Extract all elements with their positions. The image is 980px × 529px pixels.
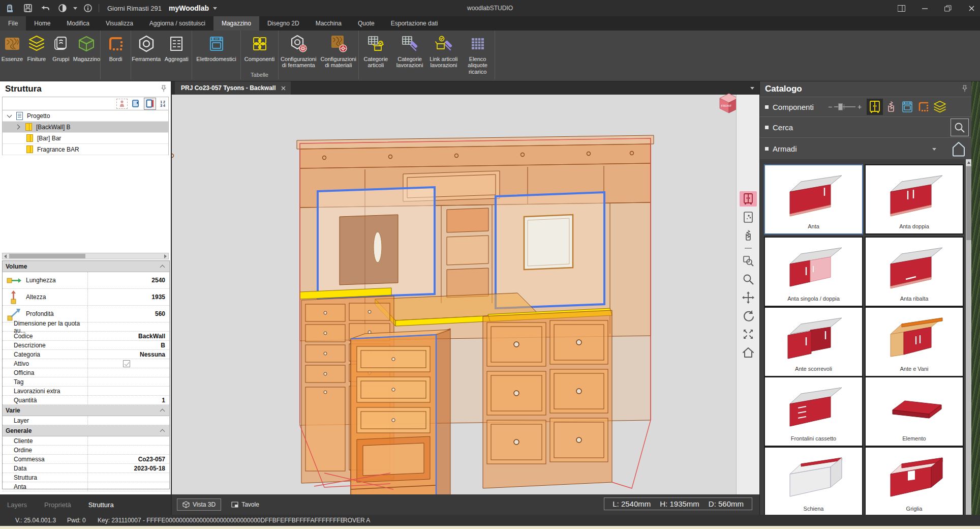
info-button[interactable] xyxy=(81,2,95,15)
componenti-button[interactable]: Componenti xyxy=(241,33,278,62)
brand-caret-icon[interactable] xyxy=(213,7,217,10)
section-varie[interactable]: Varie xyxy=(3,405,169,416)
collapse-icon[interactable] xyxy=(160,429,165,434)
catalog-section-armadi[interactable]: Armadi xyxy=(760,137,972,159)
property-row[interactable]: Tag xyxy=(3,377,169,387)
property-row[interactable]: Quantità1 xyxy=(3,396,169,405)
filter-finishes-icon[interactable] xyxy=(932,99,948,115)
filter-appliances-icon[interactable] xyxy=(899,99,915,115)
scrollbar-thumb[interactable] xyxy=(966,166,971,240)
document-tab[interactable]: PRJ Co23-057 Tysons - Backwall xyxy=(175,81,291,95)
catalog-item-frontalini-cassetto[interactable]: Frontalini cassetto xyxy=(764,376,863,447)
section-volume[interactable]: Volume xyxy=(3,261,169,272)
layout-button[interactable] xyxy=(896,3,907,14)
elenco-aliquote-button[interactable]: Elenco aliquote ricarico xyxy=(461,33,495,75)
rotate-icon[interactable] xyxy=(740,308,757,324)
minimize-button[interactable] xyxy=(919,3,930,14)
numbering-sort-button[interactable]: 1 23 4 xyxy=(160,100,165,107)
panel-view-button[interactable] xyxy=(132,99,140,108)
panel-red-view-button[interactable] xyxy=(144,98,156,110)
catalog-section-componenti[interactable]: Componenti − + xyxy=(760,97,972,116)
fitting-filter-button[interactable] xyxy=(116,99,128,109)
catalog-item-ante-e-vani[interactable]: Ante e Vani xyxy=(865,307,964,377)
property-row[interactable]: Anta xyxy=(3,482,169,491)
property-row[interactable]: Lavorazioni extra xyxy=(3,387,169,396)
aggregati-button[interactable]: Aggregati xyxy=(162,33,192,62)
section-generale[interactable]: Generale xyxy=(3,425,169,436)
pin-icon[interactable] xyxy=(962,85,968,92)
scroll-left-icon[interactable] xyxy=(4,254,7,258)
catalog-item-anta-doppia[interactable]: Anta doppia xyxy=(865,164,964,234)
section-caret-icon[interactable] xyxy=(932,148,936,151)
property-row[interactable]: Altezza 1935 xyxy=(3,289,169,306)
panel-holes-icon[interactable] xyxy=(740,210,757,225)
tab-layers[interactable]: Layers xyxy=(7,501,27,509)
filter-drill-icon[interactable] xyxy=(883,99,899,115)
magazzino-button[interactable]: Magazzino xyxy=(73,33,100,62)
chevron-down-icon[interactable] xyxy=(7,112,12,117)
zoom-out-icon[interactable]: − xyxy=(828,103,832,111)
menu-tab-quote[interactable]: Quote xyxy=(350,16,383,31)
catalog-section-cerca[interactable]: Cerca xyxy=(760,116,972,137)
elettrodomestici-button[interactable]: Elettrodomestici xyxy=(192,33,240,62)
home-view-icon[interactable] xyxy=(740,345,757,360)
menu-tab-visualizza[interactable]: Visualizza xyxy=(98,16,141,31)
catalog-item-anta-singola-doppia[interactable]: Anta singola / doppia xyxy=(764,237,863,307)
property-row[interactable]: Struttura xyxy=(3,473,169,482)
3d-model[interactable] xyxy=(172,95,736,494)
collapse-icon[interactable] xyxy=(160,265,165,270)
zoom-in-icon[interactable]: + xyxy=(858,103,862,111)
property-row[interactable]: Cliente xyxy=(3,436,169,446)
slider-thumb[interactable] xyxy=(838,103,843,110)
tab-tavole[interactable]: Tavole xyxy=(226,499,264,510)
thumbnail-size-slider[interactable]: − + xyxy=(828,103,862,111)
menu-tab-macchina[interactable]: Macchina xyxy=(308,16,350,31)
finiture-button[interactable]: Finiture xyxy=(24,33,49,62)
property-row[interactable]: DescrizioneB xyxy=(3,341,169,350)
tree-item-bar[interactable]: [Bar] Bar xyxy=(3,133,168,144)
maximize-button[interactable] xyxy=(942,3,954,14)
config-ferramenta-button[interactable]: Configurazioni di ferramenta xyxy=(279,33,319,69)
house-icon[interactable] xyxy=(951,140,967,158)
catalog-item-anta-ribalta[interactable]: Anta ribalta xyxy=(865,237,964,307)
drill-icon[interactable] xyxy=(740,228,757,243)
menu-tab-modifica[interactable]: Modifica xyxy=(58,16,98,31)
property-row[interactable]: CategoriaNessuna xyxy=(3,350,169,359)
scrollbar-thumb[interactable] xyxy=(9,254,85,258)
catalog-item-ante-scorrevoli[interactable]: Ante scorrevoli xyxy=(764,307,863,377)
tree-item-progetto[interactable]: Progetto xyxy=(3,110,168,122)
save-button[interactable] xyxy=(21,2,35,15)
cabinet-mode-icon[interactable] xyxy=(740,191,757,207)
pin-icon[interactable] xyxy=(161,85,167,92)
close-button[interactable] xyxy=(966,3,977,14)
tab-close-icon[interactable] xyxy=(281,86,286,91)
property-row[interactable]: Ordine xyxy=(3,446,169,455)
gruppi-button[interactable]: Gruppi xyxy=(49,33,73,62)
tree-item-fragrance[interactable]: Fragrance BAR xyxy=(3,144,168,155)
categorie-articoli-button[interactable]: Categorie articoli xyxy=(359,33,393,69)
link-articoli-button[interactable]: Link articoli lavorazioni xyxy=(427,33,461,69)
property-row[interactable]: Data2023-05-18 xyxy=(3,464,169,473)
property-row-attivo[interactable]: Attivo xyxy=(3,359,169,368)
zoom-icon[interactable] xyxy=(740,272,757,287)
ferramenta-button[interactable]: Ferramenta xyxy=(131,33,162,62)
config-materiali-button[interactable]: Configurazioni di materiali xyxy=(319,33,359,69)
3d-canvas[interactable] xyxy=(172,95,736,494)
undo-button[interactable] xyxy=(39,2,52,15)
filter-edges-icon[interactable] xyxy=(915,99,932,115)
horizontal-scrollbar[interactable] xyxy=(2,253,169,259)
property-row[interactable]: CodiceBackWall xyxy=(3,332,169,341)
menu-tab-file[interactable]: File xyxy=(0,16,26,31)
tab-struttura[interactable]: Struttura xyxy=(88,501,114,509)
fit-expand-icon[interactable] xyxy=(740,327,757,342)
bordi-button[interactable]: Bordi xyxy=(101,33,131,62)
search-button[interactable] xyxy=(951,119,969,136)
tab-list-caret-icon[interactable] xyxy=(750,87,754,90)
menu-tab-esportazione[interactable]: Esportazione dati xyxy=(383,16,446,31)
catalog-item-anta[interactable]: Anta xyxy=(764,164,863,234)
essenze-button[interactable]: Essenze xyxy=(0,33,24,62)
menu-tab-aggiorna[interactable]: Aggiorna / sostituisci xyxy=(141,16,213,31)
catalog-item-griglia[interactable]: Griglia xyxy=(865,447,964,515)
pan-move-icon[interactable] xyxy=(740,290,757,305)
filter-cabinets-icon[interactable] xyxy=(867,99,883,115)
